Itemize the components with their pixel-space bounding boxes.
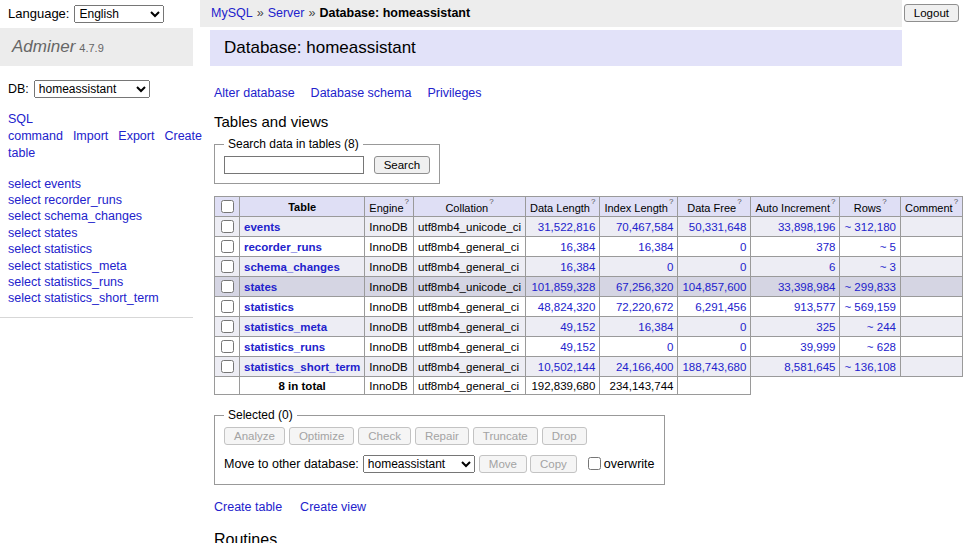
auto-increment-link[interactable]: 6 [829,261,835,273]
overwrite-checkbox[interactable] [588,457,601,470]
table-link-recorder-runs[interactable]: recorder_runs [244,241,322,253]
truncate-button[interactable]: Truncate [473,427,538,445]
index-length-link[interactable]: 16,384 [638,321,673,333]
optimize-button[interactable]: Optimize [289,427,354,445]
sidebar-item-select-events[interactable]: select events [8,176,193,192]
data-length-link[interactable]: 16,384 [560,241,595,253]
row-checkbox[interactable] [221,240,234,253]
sidebar-item-select-recorder-runs[interactable]: select recorder_runs [8,192,193,208]
help-link[interactable]: ? [489,197,493,206]
rows-count-link[interactable]: ~ 244 [867,321,896,333]
table-link-schema-changes[interactable]: schema_changes [244,261,340,273]
sidebar-item-select-states[interactable]: select states [8,225,193,241]
column-header-label: Collation [445,201,488,213]
help-link[interactable]: ? [882,197,886,206]
sidebar-item-select-statistics-short-term[interactable]: select statistics_short_term [8,290,193,306]
language-select[interactable]: English [74,5,164,23]
action-link-alter-database[interactable]: Alter database [214,86,295,100]
auto-increment-link[interactable]: 378 [816,241,835,253]
move-button[interactable]: Move [479,455,527,473]
table-link-states[interactable]: states [244,281,277,293]
data-free-link[interactable]: 0 [740,321,746,333]
logout-button[interactable]: Logout [904,4,959,22]
data-free-link[interactable]: 0 [740,261,746,273]
rows-count-link[interactable]: ~ 312,180 [844,221,895,233]
analyze-button[interactable]: Analyze [224,427,285,445]
select-all-checkbox[interactable] [221,200,234,213]
help-link[interactable]: ? [737,197,741,206]
data-length-link[interactable]: 31,522,816 [538,221,596,233]
row-checkbox[interactable] [221,280,234,293]
data-length-link[interactable]: 49,152 [560,321,595,333]
auto-increment-link[interactable]: 33,398,984 [778,281,836,293]
auto-increment-link[interactable]: 8,581,645 [784,361,835,373]
table-link-statistics[interactable]: statistics [244,301,294,313]
data-length-link[interactable]: 10,502,144 [538,361,596,373]
table-link-statistics-meta[interactable]: statistics_meta [244,321,327,333]
auto-increment-link[interactable]: 325 [816,321,835,333]
index-length-link[interactable]: 16,384 [638,241,673,253]
data-free-link[interactable]: 104,857,600 [682,281,746,293]
help-link[interactable]: ? [669,197,673,206]
sidebar-link-import[interactable]: Import [73,129,108,143]
help-link[interactable]: ? [954,197,958,206]
auto-increment-link[interactable]: 39,999 [800,341,835,353]
index-length-link[interactable]: 70,467,584 [616,221,674,233]
rows-count-link[interactable]: ~ 136,108 [844,361,895,373]
row-checkbox[interactable] [221,260,234,273]
breadcrumb-link-server[interactable]: Server [268,6,305,20]
data-length-link[interactable]: 49,152 [560,341,595,353]
search-button[interactable]: Search [374,156,430,174]
row-checkbox[interactable] [221,300,234,313]
table-link-statistics-short-term[interactable]: statistics_short_term [244,361,360,373]
db-select[interactable]: homeassistant [34,80,150,98]
data-free-link[interactable]: 0 [740,241,746,253]
row-checkbox[interactable] [221,220,234,233]
link-create-view[interactable]: Create view [300,500,366,514]
check-button[interactable]: Check [358,427,411,445]
rows-count-link[interactable]: ~ 628 [867,341,896,353]
table-link-statistics-runs[interactable]: statistics_runs [244,341,325,353]
table-link-events[interactable]: events [244,221,280,233]
version-link[interactable]: 4.7.9 [79,42,103,54]
sidebar-link-sql-command[interactable]: SQL command [8,112,63,143]
action-link-database-schema[interactable]: Database schema [311,86,412,100]
rows-count-link[interactable]: ~ 299,833 [844,281,895,293]
rows-count-link[interactable]: ~ 3 [880,261,896,273]
sidebar-item-select-statistics-meta[interactable]: select statistics_meta [8,258,193,274]
breadcrumb-link-mysql[interactable]: MySQL [211,6,253,20]
row-checkbox[interactable] [221,340,234,353]
copy-button[interactable]: Copy [530,455,577,473]
data-free-link[interactable]: 50,331,648 [689,221,747,233]
rows-count-link[interactable]: ~ 569,159 [844,301,895,313]
drop-button[interactable]: Drop [542,427,587,445]
sidebar-link-export[interactable]: Export [118,129,154,143]
row-checkbox[interactable] [221,320,234,333]
link-create-table[interactable]: Create table [214,500,282,514]
search-input[interactable] [224,156,364,174]
index-length-link[interactable]: 24,166,400 [616,361,674,373]
sidebar-item-select-statistics[interactable]: select statistics [8,241,193,257]
auto-increment-link[interactable]: 33,898,196 [778,221,836,233]
help-link[interactable]: ? [831,197,835,206]
action-link-privileges[interactable]: Privileges [427,86,481,100]
rows-count-link[interactable]: ~ 5 [880,241,896,253]
sidebar-item-select-schema-changes[interactable]: select schema_changes [8,208,193,224]
data-length-link[interactable]: 101,859,328 [531,281,595,293]
auto-increment-link[interactable]: 913,577 [794,301,836,313]
index-length-link[interactable]: 0 [667,341,673,353]
sidebar-item-select-statistics-runs[interactable]: select statistics_runs [8,274,193,290]
row-checkbox[interactable] [221,360,234,373]
index-length-link[interactable]: 0 [667,261,673,273]
index-length-link[interactable]: 67,256,320 [616,281,674,293]
index-length-link[interactable]: 72,220,672 [616,301,674,313]
data-free-link[interactable]: 6,291,456 [695,301,746,313]
data-free-link[interactable]: 0 [740,341,746,353]
repair-button[interactable]: Repair [415,427,469,445]
help-link[interactable]: ? [405,197,409,206]
data-length-link[interactable]: 48,824,320 [538,301,596,313]
move-db-select[interactable]: homeassistant [363,455,475,473]
help-link[interactable]: ? [591,197,595,206]
data-length-link[interactable]: 16,384 [560,261,595,273]
data-free-link[interactable]: 188,743,680 [682,361,746,373]
